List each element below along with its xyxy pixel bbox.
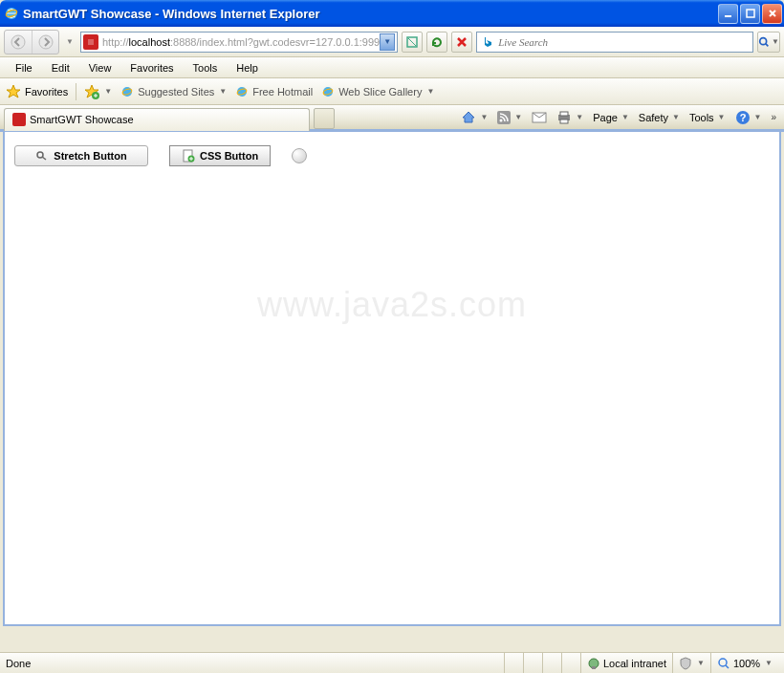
svg-point-18 — [500, 119, 503, 121]
separator — [76, 83, 76, 100]
protected-mode[interactable]: ▼ — [672, 653, 710, 673]
favorites-bar: Favorites ▼ Suggested Sites▼ Free Hotmai… — [0, 78, 784, 105]
zoom-icon — [717, 657, 730, 670]
close-button[interactable] — [762, 4, 782, 24]
ie-page-icon — [120, 84, 135, 99]
menu-favorites[interactable]: Favorites — [122, 60, 181, 76]
svg-point-11 — [122, 87, 132, 97]
ie-page-icon — [320, 84, 336, 99]
help-icon: ? — [735, 110, 751, 125]
ie-page-icon — [234, 84, 250, 99]
find-icon — [35, 151, 49, 161]
overflow-chevron[interactable]: » — [767, 112, 780, 122]
search-bar[interactable] — [476, 32, 753, 53]
status-seg-1 — [504, 653, 523, 673]
tools-menu[interactable]: Tools▼ — [686, 110, 730, 125]
nav-buttons — [4, 30, 59, 54]
maximize-button[interactable] — [740, 4, 760, 24]
web-slice-link[interactable]: Web Slice Gallery▼ — [320, 84, 434, 99]
minimize-button[interactable] — [718, 4, 738, 24]
address-bar[interactable]: http://localhost:8888/index.html?gwt.cod… — [80, 32, 398, 53]
tab-smartgwt[interactable]: SmartGWT Showcase — [4, 108, 310, 131]
new-tab-button[interactable] — [314, 108, 335, 129]
css-button[interactable]: CSS Button — [169, 145, 271, 166]
security-zone[interactable]: Local intranet — [580, 653, 672, 673]
navigation-bar: ▼ http://localhost:8888/index.html?gwt.c… — [0, 27, 784, 57]
back-button[interactable] — [5, 31, 32, 54]
svg-point-15 — [323, 87, 333, 97]
tab-title: SmartGWT Showcase — [30, 114, 134, 125]
status-bar: Done Local intranet ▼ 100% ▼ — [0, 652, 784, 673]
status-seg-4 — [561, 653, 580, 673]
add-page-icon — [182, 149, 195, 163]
intranet-icon — [587, 657, 600, 670]
forward-button[interactable] — [32, 31, 58, 54]
content-area: Stretch Button CSS Button www.java2s.com — [3, 132, 781, 626]
print-button[interactable]: ▼ — [553, 109, 587, 126]
button-bar: Stretch Button CSS Button — [14, 145, 770, 166]
search-go-button[interactable]: ▼ — [757, 32, 780, 53]
svg-point-9 — [760, 37, 767, 44]
menu-edit[interactable]: Edit — [44, 60, 77, 76]
mail-button[interactable] — [528, 110, 551, 125]
menu-help[interactable]: Help — [229, 60, 266, 76]
svg-text:?: ? — [739, 112, 746, 123]
mail-icon — [532, 112, 547, 123]
svg-rect-3 — [747, 10, 754, 17]
window-titlebar: SmartGWT Showcase - Windows Internet Exp… — [0, 0, 784, 27]
svg-rect-7 — [88, 39, 94, 45]
star-add-icon — [84, 84, 99, 99]
svg-rect-22 — [560, 119, 568, 123]
home-icon — [461, 110, 476, 125]
menu-tools[interactable]: Tools — [185, 60, 226, 76]
tab-bar: SmartGWT Showcase ▼ ▼ ▼ Page▼ Safety▼ To… — [0, 105, 784, 132]
suggested-sites-link[interactable]: Suggested Sites▼ — [120, 84, 227, 99]
watermark-text: www.java2s.com — [5, 285, 779, 325]
zoom-control[interactable]: 100% ▼ — [710, 653, 778, 673]
favorites-button[interactable]: Favorites — [6, 84, 68, 99]
address-url: http://localhost:8888/index.html?gwt.cod… — [102, 36, 380, 48]
search-input[interactable] — [498, 36, 749, 48]
ie-logo-icon — [4, 6, 19, 21]
svg-point-4 — [11, 35, 25, 49]
help-button[interactable]: ?▼ — [731, 108, 766, 127]
nav-history-dropdown[interactable]: ▼ — [63, 31, 76, 54]
stop-button[interactable] — [451, 32, 472, 53]
menu-bar: File Edit View Favorites Tools Help — [0, 57, 784, 78]
command-bar: ▼ ▼ ▼ Page▼ Safety▼ Tools▼ ?▼ » — [457, 108, 780, 127]
site-favicon-icon — [83, 34, 98, 50]
svg-point-5 — [39, 35, 53, 49]
safety-menu[interactable]: Safety▼ — [635, 110, 684, 125]
svg-rect-2 — [725, 15, 731, 17]
stretch-button[interactable]: Stretch Button — [14, 145, 148, 166]
free-hotmail-link[interactable]: Free Hotmail — [234, 84, 313, 99]
star-icon — [6, 84, 21, 99]
bing-icon — [481, 35, 494, 49]
status-seg-2 — [523, 653, 542, 673]
shield-icon — [679, 657, 692, 670]
add-favorite-button[interactable]: ▼ — [84, 84, 112, 99]
svg-rect-29 — [592, 666, 596, 669]
status-seg-3 — [542, 653, 561, 673]
print-icon — [556, 111, 572, 124]
image-button[interactable] — [292, 148, 307, 163]
svg-point-30 — [719, 659, 727, 666]
feeds-button[interactable]: ▼ — [493, 109, 526, 126]
rss-icon — [497, 111, 511, 124]
status-text: Done — [6, 658, 504, 669]
tab-favicon-icon — [12, 113, 26, 126]
svg-rect-21 — [560, 112, 568, 116]
menu-file[interactable]: File — [8, 60, 40, 76]
address-dropdown[interactable]: ▼ — [380, 33, 395, 51]
svg-point-13 — [237, 87, 247, 97]
page-menu[interactable]: Page▼ — [589, 110, 633, 125]
home-button[interactable]: ▼ — [457, 108, 491, 127]
refresh-button[interactable] — [426, 32, 447, 53]
menu-view[interactable]: View — [81, 60, 120, 76]
window-title: SmartGWT Showcase - Windows Internet Exp… — [23, 7, 718, 21]
compat-view-button[interactable] — [402, 32, 423, 53]
